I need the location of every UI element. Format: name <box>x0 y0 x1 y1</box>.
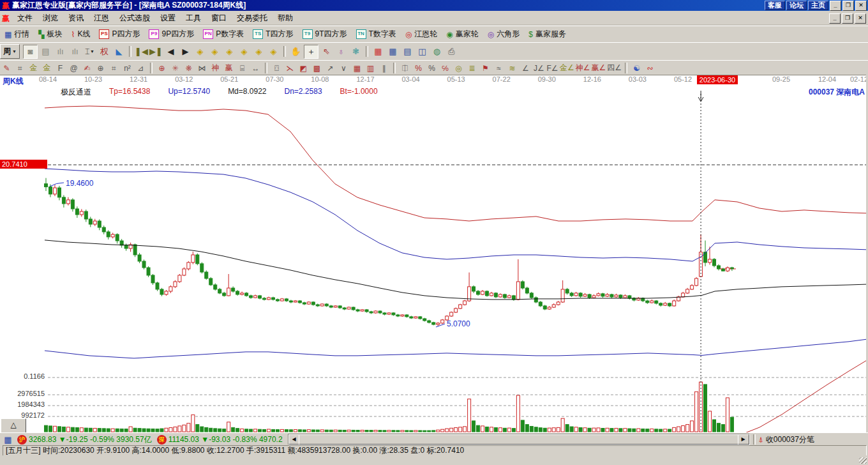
winner-wheel-button[interactable]: ◉赢家轮 <box>442 27 483 41</box>
gann-diamond-target-icon[interactable]: ◈ <box>267 45 280 58</box>
gold-wave-icon[interactable]: ≋ <box>506 63 518 74</box>
brain-icon[interactable]: ❃ <box>349 45 363 58</box>
parallel-lines-icon[interactable]: ∥ <box>378 63 390 74</box>
printer-icon[interactable]: ⎙ <box>445 45 458 58</box>
gann-diamond-star-icon[interactable]: ◈ <box>237 45 251 58</box>
fan-box-icon[interactable]: ◩ <box>297 63 310 74</box>
period-selector-button[interactable]: 周 ▼ <box>0 44 20 59</box>
shen-angle-icon[interactable]: 神∠ <box>576 63 590 74</box>
scroll-right-icon[interactable]: ▶ <box>738 434 749 445</box>
infinity-wave-icon[interactable]: ∾ <box>644 63 656 74</box>
gann-diamond-left-icon[interactable]: ◈ <box>193 45 207 58</box>
hand-icon[interactable]: ✋ <box>289 45 303 58</box>
number-grid-icon[interactable]: ⌸ <box>236 63 248 74</box>
gann-circle-icon[interactable]: ⊕ <box>94 63 107 74</box>
kline-chart[interactable] <box>0 86 868 433</box>
menu-item-4[interactable]: 公式选股 <box>114 11 155 25</box>
k-note-icon[interactable]: ⋈ <box>196 63 208 74</box>
grid-icon[interactable]: ⌗ <box>14 63 26 74</box>
gold-angle-icon[interactable]: 金∠ <box>560 63 574 74</box>
first-page-icon[interactable]: ❚◀ <box>135 45 148 58</box>
ying-angle-icon[interactable]: 赢∠ <box>592 63 606 74</box>
vol-chart-8-icon[interactable]: ılı <box>68 45 82 58</box>
gold-grid-2-icon[interactable]: 金 <box>41 63 53 74</box>
menu-item-8[interactable]: 交易委托 <box>232 11 273 25</box>
calendar-21-icon[interactable]: ▦ <box>371 45 385 58</box>
fan-lines-icon[interactable]: ⋋ <box>284 63 296 74</box>
vol-chart-3-icon[interactable]: ılı <box>54 45 67 58</box>
sectors-button[interactable]: ▚板块 <box>34 27 66 41</box>
pencil-icon[interactable]: ✎ <box>1 63 13 74</box>
ruler-grid-icon[interactable]: ⌗ <box>108 63 120 74</box>
disk-globe-icon[interactable]: ◍ <box>430 45 444 58</box>
gann-diamond-cross-icon[interactable]: ◈ <box>252 45 266 58</box>
body-select-icon[interactable]: ♁ <box>334 45 348 58</box>
flag-pen-icon[interactable]: ⚑ <box>479 63 491 74</box>
gold-section-icon[interactable]: ≣ <box>466 63 478 74</box>
shen-grid-icon[interactable]: 神 <box>209 63 221 74</box>
menu-item-5[interactable]: 设置 <box>155 11 181 25</box>
menu-item-9[interactable]: 帮助 <box>273 11 298 25</box>
menu-item-3[interactable]: 江恩 <box>89 11 114 25</box>
percent-lines-icon[interactable]: ℅ <box>439 63 451 74</box>
calculator-icon[interactable]: ▦ <box>386 45 400 58</box>
color-chart-icon[interactable]: ◣ <box>112 45 126 58</box>
kline-button[interactable]: ⌇K线 <box>67 27 95 41</box>
hexagon-button[interactable]: ◎六角形 <box>483 27 524 41</box>
child-minimize-button[interactable]: _ <box>829 13 841 24</box>
box-select-icon[interactable]: ⌼ <box>271 63 283 74</box>
gold-grid-icon[interactable]: 金 <box>27 63 40 74</box>
marquee-zoom-icon[interactable]: ◙ <box>23 45 38 59</box>
menu-item-6[interactable]: 工具 <box>181 11 206 25</box>
wave-icon[interactable]: ≈ <box>493 63 505 74</box>
prev-icon[interactable]: ◀ <box>164 45 177 58</box>
ying-grid-icon[interactable]: 赢 <box>223 63 235 74</box>
menu-item-1[interactable]: 浏览 <box>38 11 63 25</box>
f-angle-icon[interactable]: F∠ <box>546 63 558 74</box>
close-button[interactable]: ✕ <box>855 1 867 11</box>
forum-button[interactable]: 论坛 <box>786 1 807 10</box>
spider-web-icon[interactable]: ❋ <box>183 63 195 74</box>
child-close-button[interactable]: ✕ <box>855 13 866 24</box>
column-tool-icon[interactable]: ⎅ <box>399 63 411 74</box>
crosshair-icon[interactable]: ＋ <box>304 45 318 59</box>
taiji-icon[interactable]: ☯ <box>631 63 643 74</box>
grid-arrow-icon[interactable]: ▥ <box>364 63 377 74</box>
zigzag-icon[interactable]: ∨ <box>338 63 350 74</box>
gann-diamond-right-icon[interactable]: ◈ <box>208 45 221 58</box>
t9-square-button[interactable]: T99T四方形 <box>298 27 352 41</box>
minimize-button[interactable]: _ <box>830 1 841 11</box>
menu-item-7[interactable]: 窗口 <box>206 11 232 25</box>
notepad-icon[interactable]: ▤ <box>401 45 414 58</box>
p-square-button[interactable]: PSP四方形 <box>94 27 144 41</box>
percent-icon[interactable]: % <box>426 63 438 74</box>
winner-service-button[interactable]: $赢家服务 <box>524 27 571 41</box>
draw-pen-icon[interactable]: ✍ <box>81 63 93 74</box>
chart-hscrollbar[interactable]: ◀ ▶ <box>288 434 750 445</box>
f10-info-icon[interactable]: ▤ <box>39 45 52 58</box>
indicator-toggle-button[interactable]: △ <box>1 418 26 433</box>
gann-wheel-button[interactable]: ◎江恩轮 <box>401 27 442 41</box>
child-restore-button[interactable]: ❐ <box>842 13 853 24</box>
customer-service-button[interactable]: 客服 <box>765 1 785 10</box>
si-angle-icon[interactable]: 四∠ <box>607 63 622 74</box>
grid-box-icon[interactable]: ▩ <box>311 63 323 74</box>
p9-square-button[interactable]: P99P四方形 <box>144 27 198 41</box>
fib-grid-icon[interactable]: F <box>54 63 66 74</box>
restore-button[interactable]: ❐ <box>842 1 854 11</box>
trend-line-icon[interactable]: ↗ <box>324 63 336 74</box>
menu-item-2[interactable]: 资讯 <box>63 11 89 25</box>
spiral-icon[interactable]: @ <box>68 63 80 74</box>
menu-item-0[interactable]: 文件 <box>12 11 38 25</box>
next-icon[interactable]: ▶ <box>179 45 192 58</box>
ray-star-icon[interactable]: ✳ <box>169 63 181 74</box>
t-square-button[interactable]: TST四方形 <box>248 27 297 41</box>
last-page-icon[interactable]: ▶❚ <box>149 45 163 58</box>
quote-table-icon[interactable]: ▦ <box>1 433 15 446</box>
j-angle-icon[interactable]: J∠ <box>533 63 545 74</box>
resize-grip[interactable] <box>859 457 867 464</box>
p-number-table-button[interactable]: PNP数字表 <box>198 27 248 41</box>
pointer-a-icon[interactable]: ⇖ <box>320 45 333 58</box>
gold-circle-icon[interactable]: ◎ <box>453 63 465 74</box>
gann-diamond-h-icon[interactable]: ◈ <box>223 45 236 58</box>
